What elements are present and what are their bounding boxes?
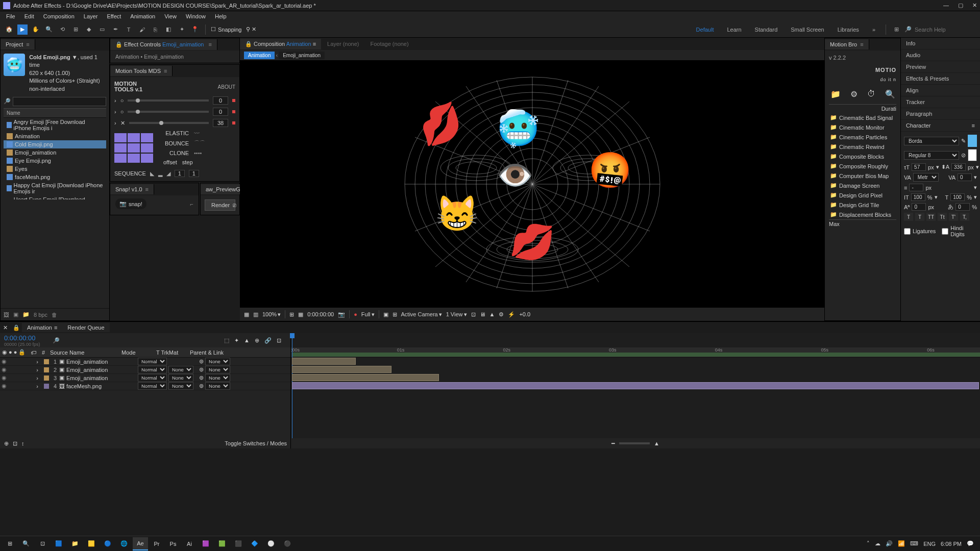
fast-preview-icon[interactable]: ⚡ — [508, 311, 515, 318]
style-sub[interactable]: T, — [960, 213, 969, 221]
settings-icon[interactable]: ⚙ — [850, 89, 857, 99]
current-time[interactable]: 0:00:00:00 — [4, 334, 40, 342]
snapshot-icon[interactable]: 📷 — [338, 311, 345, 318]
hindi-digits-checkbox[interactable]: Hindi Digits — [942, 225, 977, 237]
workspace-small-screen[interactable]: Small Screen — [786, 26, 829, 34]
preset-item[interactable]: 📁Composite Blocks — [829, 152, 896, 161]
menu-help[interactable]: Help — [211, 12, 231, 20]
puppet-tool[interactable]: 📍 — [190, 24, 200, 35]
project-item[interactable]: faceMesh.png — [4, 173, 106, 181]
tray-up-icon[interactable]: ˄ — [867, 540, 870, 547]
alpha-icon[interactable]: ▦ — [244, 311, 249, 318]
slider-y[interactable]: ›○ 0 — [114, 108, 235, 116]
snapping-toggle[interactable]: ☐Snapping⚲ ✕ — [211, 26, 256, 33]
workspace-more[interactable]: » — [867, 26, 880, 34]
color-depth[interactable]: 8 bpc — [34, 312, 47, 318]
project-tab[interactable]: Project≡ — [1, 39, 35, 49]
layer-bar[interactable] — [292, 366, 391, 373]
menu-edit[interactable]: Edit — [20, 12, 38, 20]
timeline-layers[interactable]: ◉›1▣Emoji_animationNormal⊚ None◉›2▣Emoji… — [0, 358, 290, 390]
subtab-emoji-animation[interactable]: Emoji_animation — [279, 52, 325, 59]
pen-tool[interactable]: ✒ — [110, 24, 120, 35]
menu-view[interactable]: View — [160, 12, 181, 20]
tray-wifi-icon[interactable]: 📶 — [898, 540, 905, 547]
camera-dropdown[interactable]: Active Camera ▾ — [401, 311, 442, 318]
work-area[interactable] — [292, 353, 980, 357]
seq-offset-input[interactable] — [175, 170, 185, 177]
zoom-tool[interactable]: 🔍 — [44, 24, 54, 35]
timeline-layer[interactable]: ◉›1▣Emoji_animationNormal⊚ None — [0, 358, 290, 366]
composition-tab[interactable]: 🔒 Composition Animation ≡ — [240, 39, 321, 49]
project-item[interactable]: Heart Eyes Emoji [Download iPhone Emojis… — [4, 195, 106, 199]
tray-volume-icon[interactable]: 🔊 — [886, 540, 893, 547]
character-panel-header[interactable]: Character≡ — [901, 120, 980, 132]
eraser-tool[interactable]: ◧ — [163, 24, 174, 35]
render-queue-tab[interactable]: Render Queue — [62, 323, 109, 332]
view-option-4[interactable]: ⚙ — [499, 311, 504, 318]
eyedropper-icon[interactable]: ✎ — [961, 138, 966, 144]
preset-item[interactable]: 📁Computer Bios Map — [829, 171, 896, 181]
preset-item[interactable]: 📁Design Grid Pixel — [829, 190, 896, 200]
ligatures-checkbox[interactable]: Ligatures — [904, 225, 936, 237]
preview-panel[interactable]: Preview — [901, 61, 980, 73]
style-smallcaps[interactable]: Tt — [938, 213, 947, 221]
lock-icon[interactable]: 🔒 — [245, 41, 252, 47]
snap-panel-tab[interactable]: Snap! v1.0≡ — [110, 184, 154, 194]
style-allcaps[interactable]: TT — [926, 213, 936, 221]
time-ruler[interactable]: :00s01s02s03s04s05s06s — [291, 347, 980, 358]
stroke-width-input[interactable] — [909, 184, 923, 191]
layer-bar[interactable] — [292, 382, 979, 389]
effect-controls-tab[interactable]: 🔒 Effect Controls Emoji_animation ≡ — [110, 39, 217, 50]
tl-icon-6[interactable]: ⊡ — [277, 337, 281, 344]
effects-presets-panel[interactable]: Effects & Presets — [901, 73, 980, 85]
roi-icon[interactable]: ▣ — [383, 311, 388, 318]
font-size-input[interactable] — [912, 163, 926, 171]
taskbar-ae[interactable]: Ae — [133, 537, 148, 550]
footage-tab[interactable]: Footage (none) — [365, 39, 413, 49]
help-search[interactable]: 🔎 — [904, 26, 976, 33]
maximize-button[interactable]: ▢ — [958, 2, 963, 9]
view-option-2[interactable]: 🖥 — [480, 311, 485, 317]
taskbar-ai[interactable]: Ai — [182, 537, 197, 550]
timeline-layer[interactable]: ◉›2▣Emoji_animationNormalNone⊚ None — [0, 366, 290, 374]
fill-color[interactable] — [968, 135, 977, 147]
resolution-dropdown[interactable]: Full ▾ — [361, 311, 375, 318]
taskbar-ps[interactable]: Ps — [165, 537, 181, 550]
workspace-grid-icon[interactable]: ⊞ — [891, 24, 901, 35]
project-item[interactable]: Eyes — [4, 165, 106, 173]
views-dropdown[interactable]: 1 View ▾ — [446, 311, 467, 318]
tray-lang[interactable]: ENG — [923, 541, 936, 547]
mask-icon[interactable]: ▥ — [253, 311, 258, 318]
seq-icon-1[interactable]: ◣ — [150, 170, 154, 177]
tl-toggle-2[interactable]: ⊡ — [13, 440, 17, 447]
close-tab-icon[interactable]: ✕ — [0, 324, 11, 331]
project-search-input[interactable] — [13, 97, 106, 106]
search-icon[interactable]: 🔍 — [885, 89, 895, 99]
orbit-tool[interactable]: ⟲ — [57, 24, 67, 35]
stroke-color[interactable] — [968, 149, 977, 161]
taskbar-app-2[interactable]: 📁 — [67, 537, 83, 550]
project-item[interactable]: Happy Cat Emoji [Download iPhone Emojis … — [4, 181, 106, 195]
leading-input[interactable] — [951, 163, 966, 171]
transparency-icon[interactable]: ▦ — [298, 311, 303, 318]
preset-item[interactable]: 📁Cinematic Monitor — [829, 122, 896, 132]
workspace-libraries[interactable]: Libraries — [832, 26, 864, 34]
tl-toggle-3[interactable]: ↕ — [21, 440, 24, 446]
menu-file[interactable]: File — [2, 12, 19, 20]
taskbar-pr[interactable]: Pr — [149, 537, 164, 550]
taskbar-app-7[interactable]: 🟩 — [214, 537, 230, 550]
taskbar-app-10[interactable]: ⚪ — [263, 537, 279, 550]
kerning-dropdown[interactable]: Metrics — [913, 173, 939, 182]
layer-tab[interactable]: Layer (none) — [322, 39, 364, 49]
project-item[interactable]: Angry Emoji [Free Download iPhone Emojis… — [4, 118, 106, 132]
tracking-input[interactable] — [958, 173, 972, 181]
rect-tool[interactable]: ▭ — [97, 24, 107, 35]
view-option-3[interactable]: ▲ — [489, 311, 495, 317]
project-column-header[interactable]: Name — [4, 108, 106, 118]
tl-icon-5[interactable]: 🔗 — [264, 337, 272, 344]
workspace-standard[interactable]: Standard — [750, 26, 783, 34]
subtab-animation[interactable]: Animation — [244, 52, 275, 59]
slider-x[interactable]: ›○ 0 — [114, 96, 235, 105]
timeline-layer[interactable]: ◉›4🖼faceMesh.pngNormalNone⊚ None — [0, 382, 290, 390]
preset-item[interactable]: 📁Displacement Blocks — [829, 210, 896, 219]
